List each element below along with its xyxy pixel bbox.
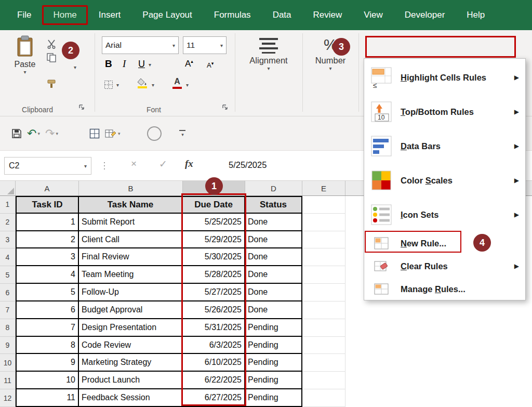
cell[interactable]: 5/30/2025 [183, 248, 245, 266]
font-color-dropdown-icon[interactable]: ▾ [186, 82, 189, 88]
undo-dropdown-icon[interactable]: ▾ [37, 131, 40, 136]
grow-font-button[interactable]: A▴ [185, 59, 193, 69]
row-header-10[interactable]: 10 [0, 354, 16, 372]
cell[interactable]: 6/27/2025 [183, 389, 245, 407]
chevron-down-icon[interactable]: ▾ [9, 69, 41, 75]
cell[interactable] [302, 372, 345, 389]
cell[interactable]: Team Meeting [79, 266, 183, 284]
cell[interactable]: 5/31/2025 [183, 319, 245, 337]
cell[interactable]: 2 [16, 231, 79, 249]
tab-review[interactable]: Review [302, 5, 353, 25]
cell[interactable]: 9 [16, 354, 79, 372]
bold-button[interactable]: B [105, 58, 112, 70]
column-header-a[interactable]: A [16, 181, 79, 195]
cell[interactable]: Code Review [79, 337, 183, 355]
cell[interactable]: 11 [16, 389, 79, 407]
tab-page-layout[interactable]: Page Layout [131, 5, 203, 25]
cell[interactable]: Done [245, 214, 302, 231]
select-all-corner[interactable] [0, 181, 16, 195]
cell[interactable] [302, 231, 345, 249]
cell[interactable] [302, 389, 345, 407]
menu-item-icon-sets[interactable]: Icon Sets▶ [364, 198, 525, 232]
copy-button[interactable] [47, 53, 56, 64]
tab-developer[interactable]: Developer [394, 5, 456, 25]
cell[interactable] [302, 301, 345, 319]
menu-item-color-scales[interactable]: Color Scales▶ [364, 163, 525, 198]
cell[interactable]: Done [245, 301, 302, 319]
formula-input[interactable]: 5/25/2025 [229, 160, 267, 170]
namebox-resize-handle[interactable] [103, 161, 107, 170]
menu-item-data-bars[interactable]: Data Bars▶ [364, 129, 525, 163]
save-button[interactable] [11, 128, 22, 139]
cell[interactable]: Pending [245, 354, 302, 372]
borders-button[interactable] [104, 80, 113, 91]
qat-draw-table-button[interactable]: ▾ [105, 128, 121, 139]
menu-item-highlight-cells-rules[interactable]: ≤Highlight Cells Rules▶ [364, 60, 525, 95]
tab-help[interactable]: Help [456, 5, 496, 25]
cell[interactable] [302, 196, 345, 214]
cell[interactable]: Pending [245, 337, 302, 355]
font-name-select[interactable]: Arial ▾ [102, 36, 179, 54]
number-group-button[interactable]: % Number ▾ [305, 36, 355, 71]
formula-enter-button[interactable]: ✓ [159, 158, 167, 170]
menu-item-new-rule[interactable]: New Rule... [364, 232, 525, 255]
cell[interactable] [302, 214, 345, 231]
cell[interactable]: Feedback Session [79, 389, 183, 407]
underline-button[interactable]: U [138, 59, 145, 70]
cell[interactable]: Due Date [183, 196, 245, 214]
copy-dropdown-icon[interactable]: ▾ [74, 64, 76, 70]
row-header-7[interactable]: 7 [0, 301, 16, 319]
qat-borders-button[interactable] [89, 128, 100, 139]
formula-cancel-button[interactable]: × [131, 158, 137, 169]
insert-function-button[interactable]: fx [185, 158, 193, 169]
row-header-12[interactable]: 12 [0, 389, 16, 407]
tab-insert[interactable]: Insert [88, 5, 132, 25]
format-painter-button[interactable] [47, 79, 56, 90]
cell[interactable]: 6/10/2025 [183, 354, 245, 372]
qat-record-button[interactable] [147, 126, 162, 141]
undo-button[interactable]: ↶ ▾ [27, 127, 40, 140]
name-box[interactable]: C2 ▾ [4, 157, 91, 175]
cell[interactable]: Task ID [16, 196, 79, 214]
cell[interactable]: Final Review [79, 248, 183, 266]
font-color-button[interactable]: A [172, 77, 182, 89]
draw-table-dropdown-icon[interactable]: ▾ [118, 131, 121, 136]
underline-dropdown-icon[interactable]: ▾ [149, 62, 151, 68]
cell[interactable]: 6 [16, 301, 79, 319]
menu-item-clear-rules[interactable]: Clear Rules▶ [364, 255, 525, 278]
cell[interactable]: Task Name [79, 196, 183, 214]
paste-button[interactable]: Paste ▾ [9, 35, 41, 75]
font-size-select[interactable]: 11 ▾ [183, 36, 227, 54]
fill-dropdown-icon[interactable]: ▾ [152, 82, 154, 88]
cell[interactable]: Submit Report [79, 214, 183, 231]
row-header-8[interactable]: 8 [0, 319, 16, 337]
cell[interactable]: 1 [16, 214, 79, 231]
cell[interactable] [302, 354, 345, 372]
cell[interactable]: 4 [16, 266, 79, 284]
cell[interactable]: Pending [245, 372, 302, 389]
cell[interactable]: Design Presentation [79, 319, 183, 337]
row-header-6[interactable]: 6 [0, 284, 16, 301]
cell[interactable] [302, 337, 345, 355]
cell[interactable]: Client Call [79, 231, 183, 249]
cell[interactable]: 5/27/2025 [183, 284, 245, 301]
redo-button[interactable]: ↷ ▾ [45, 127, 58, 140]
cell[interactable]: Budget Approval [79, 301, 183, 319]
redo-dropdown-icon[interactable]: ▾ [56, 131, 58, 136]
cell[interactable]: Marketing Strategy [79, 354, 183, 372]
cell[interactable]: 3 [16, 248, 79, 266]
tab-home[interactable]: Home [42, 5, 87, 25]
row-header-9[interactable]: 9 [0, 337, 16, 355]
cell[interactable] [302, 284, 345, 301]
column-header-e[interactable]: E [302, 181, 345, 195]
tab-formulas[interactable]: Formulas [203, 5, 262, 25]
tab-view[interactable]: View [353, 5, 394, 25]
cell[interactable]: 5/25/2025 [183, 214, 245, 231]
cell[interactable] [302, 266, 345, 284]
row-header-4[interactable]: 4 [0, 248, 16, 266]
cell[interactable]: 10 [16, 372, 79, 389]
cell[interactable]: 5/26/2025 [183, 301, 245, 319]
menu-item-manage-rules[interactable]: Manage Rules... [364, 278, 525, 300]
shrink-font-button[interactable]: A▾ [207, 61, 214, 69]
cell[interactable]: Done [245, 284, 302, 301]
